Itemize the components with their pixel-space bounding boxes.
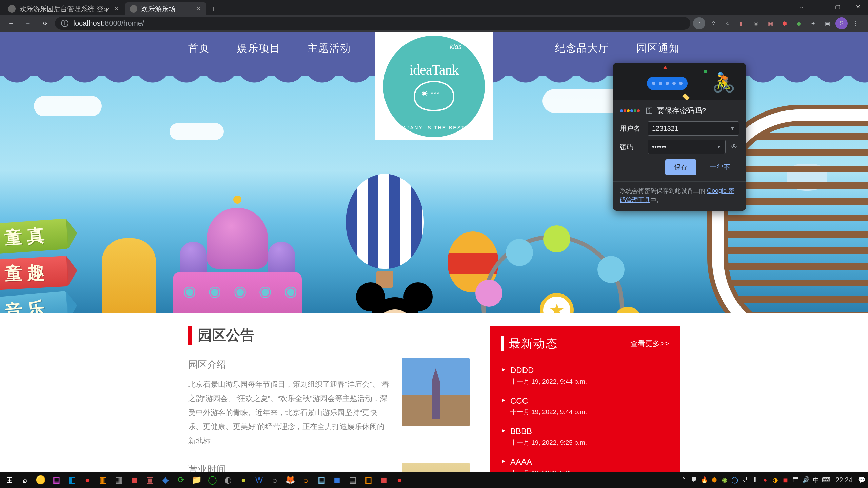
- save-button[interactable]: 保存: [665, 159, 696, 175]
- sidepanel-icon[interactable]: ▣: [821, 17, 833, 29]
- tray-icon[interactable]: ●: [761, 475, 770, 484]
- app-icon[interactable]: ⟳: [174, 472, 189, 487]
- castle-illustration: [166, 238, 309, 313]
- app-icon[interactable]: ⌕: [298, 472, 313, 487]
- close-window-button[interactable]: ✕: [848, 0, 868, 14]
- close-icon[interactable]: ×: [114, 6, 120, 12]
- tab-favicon: [8, 5, 16, 13]
- password-input[interactable]: •••••• ▼: [648, 140, 726, 154]
- password-key-icon[interactable]: ⚿: [693, 17, 705, 29]
- tab-title: 欢乐游乐园后台管理系统-登录: [20, 4, 110, 14]
- wechat-icon[interactable]: ◯: [205, 472, 220, 487]
- chevron-down-icon[interactable]: ▼: [716, 144, 721, 149]
- nav-home[interactable]: 首页: [188, 41, 210, 55]
- back-button[interactable]: ←: [4, 16, 18, 30]
- tray-icon[interactable]: ⛉: [741, 475, 749, 484]
- app-icon[interactable]: ●: [236, 472, 251, 487]
- browser-tab-1[interactable]: 欢乐游乐园后台管理系统-登录 ×: [3, 2, 124, 15]
- app-icon[interactable]: ▣: [142, 472, 157, 487]
- app-icon[interactable]: ◐: [220, 472, 235, 487]
- tray-icon[interactable]: 🔥: [700, 475, 709, 484]
- eye-icon[interactable]: 👁: [729, 143, 739, 151]
- app-icon[interactable]: ◼: [330, 472, 344, 487]
- username-input[interactable]: 1231321 ▼: [648, 121, 739, 136]
- reload-button[interactable]: ⟳: [38, 16, 52, 30]
- popup-note: 系统会将密码保存到此设备上的 Google 密码管理工具中。: [613, 181, 746, 211]
- tray-icon[interactable]: ◯: [730, 475, 739, 484]
- mickey-illustration: [356, 282, 444, 313]
- app-icon[interactable]: ◼: [376, 472, 391, 487]
- tray-icon[interactable]: ⌨: [822, 475, 831, 484]
- search-icon[interactable]: ⌕: [18, 472, 33, 487]
- volume-icon[interactable]: 🔊: [802, 475, 810, 484]
- tray-icon[interactable]: ⬇: [751, 475, 760, 484]
- ext-icon-4[interactable]: ⬢: [778, 17, 791, 29]
- url-host: localhost: [73, 19, 103, 27]
- tray-chevron-icon[interactable]: ˄: [679, 475, 688, 484]
- tab-dropdown-icon[interactable]: ⌄: [799, 3, 804, 10]
- tray-icon[interactable]: ◉: [720, 475, 729, 484]
- nav-rides[interactable]: 娱乐项目: [237, 41, 280, 55]
- clock[interactable]: 22:24: [832, 476, 856, 484]
- close-icon[interactable]: ×: [196, 6, 202, 12]
- page-viewport: 首页 娱乐项目 主题活动 纪念品大厅 园区通知 kids ideaTank AC…: [0, 32, 868, 472]
- menu-icon[interactable]: ⋮: [850, 17, 862, 29]
- minimize-button[interactable]: —: [807, 0, 827, 14]
- app-icon[interactable]: ◧: [64, 472, 79, 487]
- cloud-icon: [542, 89, 624, 113]
- news-item[interactable]: CCC 十一月 19, 2022, 9:44 p.m.: [501, 391, 669, 422]
- nav-gifts[interactable]: 纪念品大厅: [555, 41, 609, 55]
- tray-icon[interactable]: ⛊: [690, 475, 698, 484]
- windows-taskbar: ⊞ ⌕ 🟡 ▦ ◧ ● ▥ ▦ ◼ ▣ ◆ ⟳ 📁 ◯ ◐ ● W ⌕ 🦊 ⌕ …: [0, 472, 868, 488]
- app-icon[interactable]: ◆: [158, 472, 173, 487]
- maximize-button[interactable]: ▢: [827, 0, 848, 14]
- chrome-icon[interactable]: 🟡: [33, 472, 48, 487]
- ext-icon-1[interactable]: ◧: [736, 17, 748, 29]
- app-icon[interactable]: ▤: [345, 472, 360, 487]
- news-item[interactable]: AAAA 十一月 19, 2022, 9:25 p.m.: [501, 452, 669, 472]
- news-item[interactable]: BBBB 十一月 19, 2022, 9:25 p.m.: [501, 422, 669, 452]
- ext-icon-2[interactable]: ◉: [750, 17, 762, 29]
- profile-avatar[interactable]: S: [835, 17, 848, 29]
- browser-tab-2[interactable]: 欢乐游乐场 ×: [125, 2, 206, 15]
- tray-icon[interactable]: ⬢: [710, 475, 719, 484]
- share-icon[interactable]: ⇪: [707, 17, 719, 29]
- app-icon[interactable]: ▦: [314, 472, 329, 487]
- action-center-icon[interactable]: 💬: [857, 475, 866, 484]
- file-explorer-icon[interactable]: 📁: [189, 472, 204, 487]
- extensions-icon[interactable]: ✦: [807, 17, 819, 29]
- chevron-down-icon[interactable]: ▼: [730, 126, 735, 131]
- app-icon[interactable]: ▦: [49, 472, 64, 487]
- nav-notice[interactable]: 园区通知: [636, 41, 680, 55]
- app-icon[interactable]: ◼: [127, 472, 142, 487]
- giraffe-illustration: [102, 238, 156, 313]
- site-info-icon[interactable]: i: [61, 20, 68, 27]
- never-button[interactable]: 一律不: [701, 159, 739, 175]
- app-icon[interactable]: ▦: [111, 472, 126, 487]
- intro-heading: 园区介绍: [188, 358, 390, 371]
- firefox-icon[interactable]: 🦊: [283, 472, 298, 487]
- news-title: 最新动态: [509, 336, 558, 351]
- nav-events[interactable]: 主题活动: [308, 41, 351, 55]
- new-tab-button[interactable]: +: [207, 3, 219, 15]
- tray-icon[interactable]: ◼: [781, 475, 790, 484]
- ext-icon-3[interactable]: ▦: [764, 17, 776, 29]
- app-icon[interactable]: ⌕: [267, 472, 282, 487]
- site-logo[interactable]: kids ideaTank ACCOMPANY IS THE BEST LOVE: [375, 32, 493, 140]
- news-more-link[interactable]: 查看更多>>: [630, 339, 669, 349]
- app-icon[interactable]: ▥: [96, 472, 111, 487]
- app-icon[interactable]: ▥: [361, 472, 376, 487]
- ime-indicator[interactable]: 中: [812, 475, 821, 484]
- tray-icon[interactable]: 🗔: [791, 475, 800, 484]
- ext-icon-5[interactable]: ◆: [793, 17, 805, 29]
- news-item[interactable]: DDDD 十一月 19, 2022, 9:44 p.m.: [501, 361, 669, 391]
- word-icon[interactable]: W: [252, 472, 267, 487]
- forward-button[interactable]: →: [21, 16, 35, 30]
- tray-icon[interactable]: ◑: [771, 475, 780, 484]
- intro-thumbnail: [402, 358, 470, 426]
- bookmark-star-icon[interactable]: ☆: [722, 17, 734, 29]
- app-icon[interactable]: ●: [392, 472, 407, 487]
- app-icon[interactable]: ●: [80, 472, 95, 487]
- address-bar[interactable]: i localhost:8000/home/: [55, 17, 690, 30]
- start-button[interactable]: ⊞: [2, 472, 17, 487]
